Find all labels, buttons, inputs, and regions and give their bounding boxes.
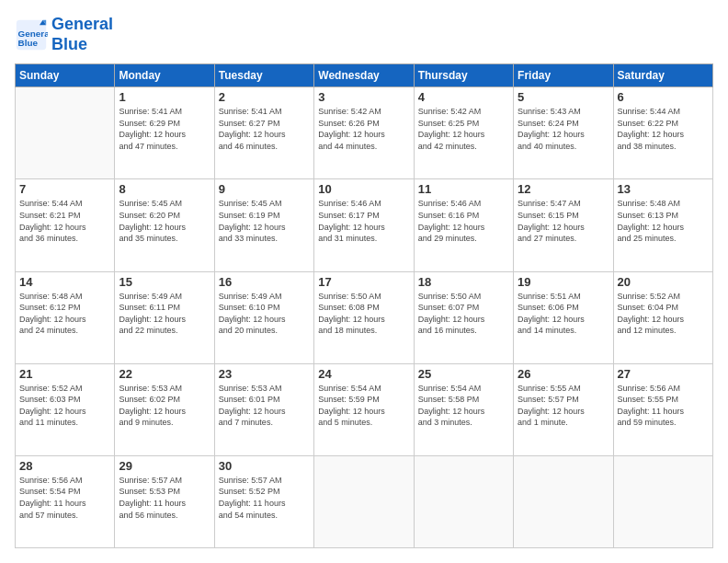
day-number: 27 (618, 367, 709, 381)
day-info: Sunrise: 5:43 AM Sunset: 6:24 PM Dayligh… (518, 106, 609, 152)
calendar-cell: 7Sunrise: 5:44 AM Sunset: 6:21 PM Daylig… (16, 179, 115, 271)
day-number: 24 (318, 367, 409, 381)
day-info: Sunrise: 5:41 AM Sunset: 6:29 PM Dayligh… (119, 106, 210, 152)
calendar-cell: 17Sunrise: 5:50 AM Sunset: 6:08 PM Dayli… (314, 271, 414, 363)
calendar-cell: 11Sunrise: 5:46 AM Sunset: 6:16 PM Dayli… (414, 179, 513, 271)
day-number: 30 (219, 459, 310, 473)
day-number: 4 (418, 90, 509, 104)
day-info: Sunrise: 5:56 AM Sunset: 5:54 PM Dayligh… (19, 475, 110, 521)
calendar-cell: 27Sunrise: 5:56 AM Sunset: 5:55 PM Dayli… (613, 363, 712, 455)
weekday-header-tuesday: Tuesday (214, 64, 313, 87)
day-info: Sunrise: 5:52 AM Sunset: 6:03 PM Dayligh… (19, 383, 110, 429)
calendar-cell: 23Sunrise: 5:53 AM Sunset: 6:01 PM Dayli… (214, 363, 313, 455)
day-number: 13 (618, 182, 709, 196)
day-info: Sunrise: 5:50 AM Sunset: 6:07 PM Dayligh… (418, 291, 509, 337)
calendar-cell (613, 455, 712, 547)
day-info: Sunrise: 5:56 AM Sunset: 5:55 PM Dayligh… (618, 383, 709, 429)
calendar-cell: 18Sunrise: 5:50 AM Sunset: 6:07 PM Dayli… (414, 271, 513, 363)
calendar-cell (314, 455, 414, 547)
calendar-cell: 16Sunrise: 5:49 AM Sunset: 6:10 PM Dayli… (214, 271, 313, 363)
day-info: Sunrise: 5:47 AM Sunset: 6:15 PM Dayligh… (518, 198, 609, 244)
calendar-cell (514, 455, 613, 547)
day-number: 1 (119, 90, 210, 104)
weekday-header-wednesday: Wednesday (314, 64, 414, 87)
calendar-cell: 8Sunrise: 5:45 AM Sunset: 6:20 PM Daylig… (115, 179, 214, 271)
calendar-cell: 22Sunrise: 5:53 AM Sunset: 6:02 PM Dayli… (115, 363, 214, 455)
day-number: 8 (119, 182, 210, 196)
day-number: 15 (119, 275, 210, 289)
day-number: 20 (618, 275, 709, 289)
calendar-cell: 1Sunrise: 5:41 AM Sunset: 6:29 PM Daylig… (115, 87, 214, 179)
day-number: 19 (518, 275, 609, 289)
logo-text: General Blue (51, 15, 113, 54)
svg-text:Blue: Blue (18, 37, 39, 47)
day-info: Sunrise: 5:52 AM Sunset: 6:04 PM Dayligh… (618, 291, 709, 337)
calendar-cell: 24Sunrise: 5:54 AM Sunset: 5:59 PM Dayli… (314, 363, 414, 455)
day-number: 2 (219, 90, 310, 104)
day-number: 6 (618, 90, 709, 104)
logo-icon: General Blue (15, 18, 48, 52)
day-number: 26 (518, 367, 609, 381)
day-number: 11 (418, 182, 509, 196)
logo-line1: General (51, 15, 113, 35)
calendar-cell: 13Sunrise: 5:48 AM Sunset: 6:13 PM Dayli… (613, 179, 712, 271)
weekday-header-sunday: Sunday (16, 64, 115, 87)
calendar-cell: 30Sunrise: 5:57 AM Sunset: 5:52 PM Dayli… (214, 455, 313, 547)
day-info: Sunrise: 5:57 AM Sunset: 5:52 PM Dayligh… (219, 475, 310, 521)
calendar-cell (414, 455, 513, 547)
day-number: 28 (19, 459, 110, 473)
day-info: Sunrise: 5:44 AM Sunset: 6:21 PM Dayligh… (19, 198, 110, 244)
calendar-cell: 20Sunrise: 5:52 AM Sunset: 6:04 PM Dayli… (613, 271, 712, 363)
day-number: 21 (19, 367, 110, 381)
day-info: Sunrise: 5:48 AM Sunset: 6:13 PM Dayligh… (618, 198, 709, 244)
day-info: Sunrise: 5:48 AM Sunset: 6:12 PM Dayligh… (19, 291, 110, 337)
day-info: Sunrise: 5:46 AM Sunset: 6:16 PM Dayligh… (418, 198, 509, 244)
day-info: Sunrise: 5:44 AM Sunset: 6:22 PM Dayligh… (618, 106, 709, 152)
day-info: Sunrise: 5:42 AM Sunset: 6:26 PM Dayligh… (318, 106, 409, 152)
calendar-cell: 9Sunrise: 5:45 AM Sunset: 6:19 PM Daylig… (214, 179, 313, 271)
calendar-cell: 6Sunrise: 5:44 AM Sunset: 6:22 PM Daylig… (613, 87, 712, 179)
weekday-header-row: SundayMondayTuesdayWednesdayThursdayFrid… (16, 64, 713, 87)
day-info: Sunrise: 5:55 AM Sunset: 5:57 PM Dayligh… (518, 383, 609, 429)
calendar: SundayMondayTuesdayWednesdayThursdayFrid… (15, 63, 713, 548)
week-row-2: 7Sunrise: 5:44 AM Sunset: 6:21 PM Daylig… (16, 179, 713, 271)
calendar-cell: 26Sunrise: 5:55 AM Sunset: 5:57 PM Dayli… (514, 363, 613, 455)
calendar-cell: 2Sunrise: 5:41 AM Sunset: 6:27 PM Daylig… (214, 87, 313, 179)
page: General Blue General Blue SundayMondayTu… (0, 0, 728, 563)
day-info: Sunrise: 5:45 AM Sunset: 6:20 PM Dayligh… (119, 198, 210, 244)
calendar-cell: 12Sunrise: 5:47 AM Sunset: 6:15 PM Dayli… (514, 179, 613, 271)
day-number: 14 (19, 275, 110, 289)
day-number: 29 (119, 459, 210, 473)
calendar-cell (16, 87, 115, 179)
day-info: Sunrise: 5:42 AM Sunset: 6:25 PM Dayligh… (418, 106, 509, 152)
day-info: Sunrise: 5:54 AM Sunset: 5:59 PM Dayligh… (318, 383, 409, 429)
day-info: Sunrise: 5:46 AM Sunset: 6:17 PM Dayligh… (318, 198, 409, 244)
day-info: Sunrise: 5:50 AM Sunset: 6:08 PM Dayligh… (318, 291, 409, 337)
day-number: 22 (119, 367, 210, 381)
calendar-cell: 4Sunrise: 5:42 AM Sunset: 6:25 PM Daylig… (414, 87, 513, 179)
day-info: Sunrise: 5:51 AM Sunset: 6:06 PM Dayligh… (518, 291, 609, 337)
day-number: 5 (518, 90, 609, 104)
day-info: Sunrise: 5:49 AM Sunset: 6:11 PM Dayligh… (119, 291, 210, 337)
calendar-cell: 15Sunrise: 5:49 AM Sunset: 6:11 PM Dayli… (115, 271, 214, 363)
logo: General Blue General Blue (15, 15, 113, 54)
calendar-cell: 28Sunrise: 5:56 AM Sunset: 5:54 PM Dayli… (16, 455, 115, 547)
day-number: 9 (219, 182, 310, 196)
day-number: 10 (318, 182, 409, 196)
weekday-header-saturday: Saturday (613, 64, 712, 87)
day-info: Sunrise: 5:41 AM Sunset: 6:27 PM Dayligh… (219, 106, 310, 152)
calendar-cell: 21Sunrise: 5:52 AM Sunset: 6:03 PM Dayli… (16, 363, 115, 455)
day-number: 18 (418, 275, 509, 289)
calendar-cell: 25Sunrise: 5:54 AM Sunset: 5:58 PM Dayli… (414, 363, 513, 455)
day-info: Sunrise: 5:53 AM Sunset: 6:02 PM Dayligh… (119, 383, 210, 429)
day-number: 17 (318, 275, 409, 289)
calendar-cell: 29Sunrise: 5:57 AM Sunset: 5:53 PM Dayli… (115, 455, 214, 547)
day-number: 16 (219, 275, 310, 289)
day-number: 3 (318, 90, 409, 104)
logo-line2: Blue (51, 35, 113, 55)
week-row-5: 28Sunrise: 5:56 AM Sunset: 5:54 PM Dayli… (16, 455, 713, 547)
day-info: Sunrise: 5:57 AM Sunset: 5:53 PM Dayligh… (119, 475, 210, 521)
header: General Blue General Blue (15, 15, 713, 54)
day-number: 25 (418, 367, 509, 381)
day-info: Sunrise: 5:54 AM Sunset: 5:58 PM Dayligh… (418, 383, 509, 429)
